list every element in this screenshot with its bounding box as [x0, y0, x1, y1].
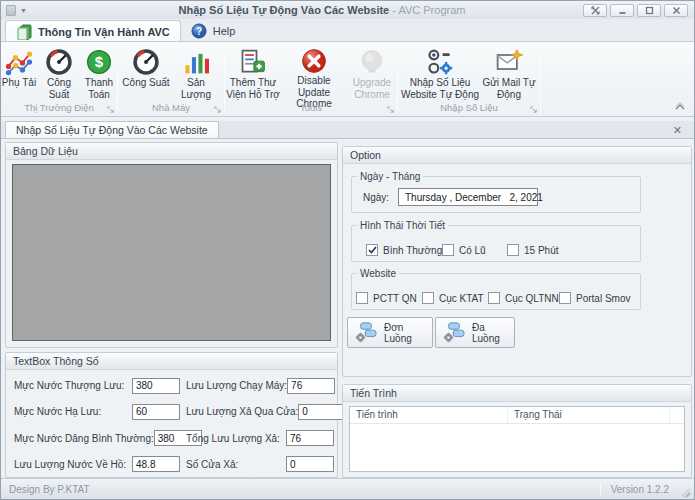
panel-bang-du-lieu: Bảng Dữ Liệu [5, 142, 338, 348]
dialog-launcher-icon[interactable] [530, 106, 537, 113]
ribbon-empty-area [541, 42, 694, 116]
muc-nuoc-thuong-luu-input[interactable] [132, 378, 180, 394]
dollar-circle-icon: $ [84, 47, 114, 77]
luu-luong-chay-may-input[interactable] [287, 378, 335, 394]
ribbon-button-gui-mail[interactable]: Gửi Mail Tự Động [480, 44, 538, 103]
group-title: Ngày - Tháng [357, 171, 423, 182]
ribbon-button-cong-suat-ttd[interactable]: Công Suất [37, 44, 81, 103]
don-luong-button[interactable]: Đơn Luồng [347, 317, 433, 348]
resize-grip[interactable] [679, 486, 691, 498]
form-row: Mực Nước Thượng Lưu: [14, 377, 180, 394]
ribbon-button-san-luong[interactable]: Sản Lượng [171, 44, 221, 103]
ribbon-button-disable-update-chrome[interactable]: Disable Update Chrome [281, 44, 347, 103]
checkbox-pctt-qn[interactable]: PCTT QN [356, 292, 417, 304]
field-label: Lưu Lượng Xả Qua Cửa: [186, 406, 298, 417]
tong-luu-luong-xa-input[interactable] [286, 430, 334, 446]
fullscreen-button[interactable] [583, 4, 607, 17]
ribbon-button-label: Công Suất [37, 77, 81, 100]
checkbox-label: Có Lũ [459, 245, 486, 256]
threads-gear-icon [355, 321, 377, 345]
panel-caption: Option [343, 147, 691, 164]
ribbon-button-upgrade-chrome[interactable]: Upgrade Chrome [347, 44, 397, 103]
ribbon-collapse-icon[interactable] [674, 102, 686, 110]
panel-textbox-thong-so: TextBox Thông Số Mực Nước Thượng Lưu: Mự… [5, 352, 338, 478]
tab-help[interactable]: ? Help [181, 20, 246, 42]
muc-nuoc-ha-luu-input[interactable] [132, 404, 180, 420]
luu-luong-xa-qua-cua-input[interactable] [298, 404, 346, 420]
button-label: Đơn Luồng [384, 322, 432, 344]
status-version: Version 1.2.2 [601, 484, 679, 495]
library-add-icon [238, 47, 268, 77]
date-value: Thursday , December 2, 2021 [405, 192, 543, 203]
threads-gear-icon [443, 321, 465, 345]
chevron-down-icon[interactable]: ▼ [20, 7, 27, 14]
ribbon-button-them-thu-vien[interactable]: Thêm Thư Viện Hỗ Trợ [225, 44, 281, 103]
form-row: Số Cửa Xả: [186, 456, 334, 473]
ribbon-button-nhap-so-lieu-website[interactable]: Nhập Số Liệu Website Tự Động [400, 44, 480, 103]
panel-caption: Tiến Trình [343, 385, 691, 402]
checkbox-portal-smov[interactable]: Portal Smov [559, 292, 630, 304]
ribbon-button-phu-tai[interactable]: Phụ Tải [1, 44, 37, 103]
quick-access-toolbar: ▼ [1, 5, 61, 16]
svg-text:$: $ [95, 54, 104, 70]
green-book-icon [16, 24, 33, 40]
tab-label: Thông Tin Vận Hành AVC [38, 26, 170, 38]
column-header-trang-thai[interactable]: Trạng Thái [508, 407, 670, 423]
ribbon-button-label: Công Suất [122, 77, 169, 89]
column-header-tien-trinh[interactable]: Tiến trình [350, 407, 508, 423]
ribbon-button-cong-suat-nm[interactable]: Công Suất [121, 44, 171, 103]
dialog-launcher-icon[interactable] [214, 106, 221, 113]
progress-list-header: Tiến trình Trạng Thái [350, 407, 684, 424]
progress-list[interactable]: Tiến trình Trạng Thái [349, 406, 685, 472]
dialog-launcher-icon[interactable] [107, 106, 114, 113]
document-tab-active[interactable]: Nhập Số Liệu Tự Động Vào Các Website [5, 121, 219, 138]
group-title: Website [357, 268, 399, 279]
so-cua-xa-input[interactable] [286, 456, 334, 472]
window-controls [583, 4, 694, 17]
checkbox-box [356, 292, 368, 304]
app-window: ▼ Nhập Số Liệu Tự Động Vào Các Website -… [0, 0, 695, 500]
luu-luong-nuoc-ve-ho-input[interactable] [132, 456, 180, 472]
maximize-icon [645, 6, 654, 15]
ribbon-group-nha-may: Công Suất Sản Lượng Nhà Máy [118, 42, 224, 116]
close-button[interactable] [664, 4, 688, 17]
maximize-button[interactable] [637, 4, 661, 17]
field-label: Mực Nước Dâng Bình Thường: [14, 433, 154, 444]
ribbon-button-label: Upgrade Chrome [347, 77, 397, 100]
group-ngay-thang: Ngày - Tháng Ngày: Thursday , December 2… [351, 171, 641, 213]
date-picker[interactable]: Thursday , December 2, 2021 [398, 188, 538, 206]
checkbox-box [366, 244, 378, 256]
document-tabrow: Nhập Số Liệu Tự Động Vào Các Website ✕ [1, 121, 694, 139]
checkbox-box [442, 244, 454, 256]
chrome-gray-icon [357, 47, 387, 77]
ribbon-button-label: Thêm Thư Viện Hỗ Trợ [225, 77, 281, 100]
document-close-icon[interactable]: ✕ [671, 123, 684, 137]
titlebar: ▼ Nhập Số Liệu Tự Động Vào Các Website -… [1, 1, 694, 19]
checkbox-cuc-ktat[interactable]: Cục KTAT [422, 292, 484, 304]
minimize-icon [618, 6, 627, 15]
panel-caption: TextBox Thông Số [6, 353, 337, 370]
close-icon [672, 6, 681, 15]
date-label: Ngày: [363, 192, 389, 203]
checkbox-co-lu[interactable]: Có Lũ [442, 244, 486, 256]
checkbox-cuc-qltnn[interactable]: Cục QLTNN [488, 292, 559, 304]
bar-chart-icon [181, 47, 211, 77]
auto-input-icon [425, 47, 455, 77]
checkbox-label: Cục QLTNN [505, 293, 559, 304]
dialog-launcher-icon[interactable] [387, 106, 394, 113]
ribbon: Phụ Tải Công Suất $ Thanh Toán Thị Trườn… [1, 41, 694, 117]
data-grid-canvas[interactable] [12, 164, 331, 341]
minimize-button[interactable] [610, 4, 634, 17]
mail-auto-icon [494, 47, 524, 77]
tab-thong-tin-van-hanh[interactable]: Thông Tin Vận Hành AVC [5, 20, 181, 42]
tab-label: Help [213, 25, 236, 37]
checkbox-binh-thuong[interactable]: Bình Thường [366, 244, 442, 256]
checkbox-box [422, 292, 434, 304]
checkbox-box [507, 244, 519, 256]
da-luong-button[interactable]: Đa Luồng [435, 317, 515, 348]
panel-tien-trinh: Tiến Trình Tiến trình Trạng Thái [342, 384, 692, 478]
scatter-chart-icon [4, 47, 34, 77]
checkbox-15-phut[interactable]: 15 Phút [507, 244, 558, 256]
form-column-left: Mực Nước Thượng Lưu: Mực Nước Hạ Lưu: Mự… [14, 377, 180, 473]
ribbon-button-thanh-toan[interactable]: $ Thanh Toán [81, 44, 117, 103]
